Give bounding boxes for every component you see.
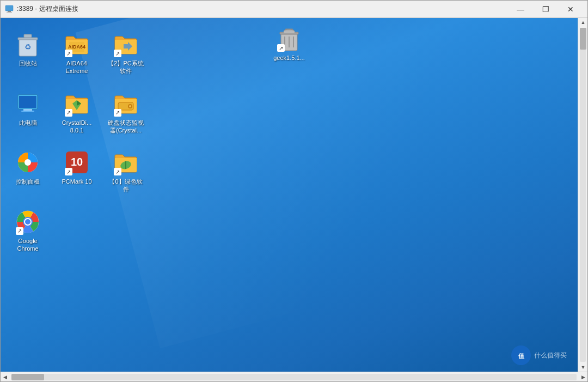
control-panel-label: 控制面板: [16, 178, 40, 185]
svg-rect-1: [8, 11, 11, 12]
pcmark10-label: PCMark 10: [62, 178, 91, 185]
svg-text:10: 10: [71, 156, 83, 168]
svg-rect-19: [19, 96, 36, 108]
shortcut-arrow-aida: ↗: [65, 50, 72, 57]
svg-text:值: 值: [518, 353, 525, 359]
shortcut-arrow-pcmark: ↗: [65, 168, 72, 175]
icon-hdd-monitor[interactable]: ↗ 硬盘状态监视器(Crystal...: [104, 88, 148, 137]
hdd-monitor-icon-img: ↗: [113, 90, 139, 117]
svg-point-26: [129, 105, 131, 107]
recycle-bin-icon-img: ♻: [15, 31, 41, 57]
shortcut-arrow-green: ↗: [114, 168, 121, 175]
scroll-right-button[interactable]: ▶: [579, 372, 587, 382]
remote-desktop-window: :3389 - 远程桌面连接 — ❐ ✕: [0, 0, 588, 382]
watermark-icon: 值: [514, 349, 528, 362]
window-title: :3389 - 远程桌面连接: [17, 4, 78, 14]
pcmark10-icon-img: 10 ↗: [64, 149, 90, 175]
svg-point-28: [24, 159, 31, 166]
green-software-icon-img: ↗: [113, 149, 139, 175]
recycle-bin-label: 回收站: [19, 59, 37, 67]
svg-point-36: [25, 219, 30, 225]
right-scroll-thumb[interactable]: [580, 28, 586, 50]
svg-rect-13: [24, 34, 32, 38]
green-software-label: 【0】绿色软件: [106, 178, 145, 193]
rdp-content: ↗ geek1.5.1...: [1, 18, 587, 381]
pc-software-icon-img: ↗: [113, 31, 139, 57]
bottom-scroll-thumb[interactable]: [11, 374, 44, 380]
title-bar-controls: — ❐ ✕: [508, 1, 583, 18]
right-scroll-track[interactable]: [580, 28, 586, 362]
icon-geek[interactable]: ↗ geek1.5.1...: [267, 23, 311, 64]
geek-icon-label: geek1.5.1...: [273, 54, 305, 62]
shortcut-arrow-pc: ↗: [114, 50, 121, 57]
icon-grid: ♻ 回收站: [6, 29, 148, 254]
this-pc-icon: [16, 92, 40, 116]
aida64-label: AIDA64 Extreme: [57, 59, 96, 75]
title-bar: :3389 - 远程桌面连接 — ❐ ✕: [1, 1, 587, 18]
restore-button[interactable]: ❐: [533, 1, 558, 18]
scroll-left-button[interactable]: ◀: [1, 372, 9, 382]
icon-pc-software[interactable]: ↗ 【2】PC系统软件: [104, 29, 148, 77]
aida64-icon-img: AIDA64 ↗: [64, 31, 90, 57]
crystaldisk-icon-img: ↗: [64, 90, 90, 117]
svg-rect-20: [23, 109, 32, 111]
svg-rect-0: [5, 5, 13, 11]
crystaldisk-label: CrystaIDi... 8.0.1: [57, 119, 96, 135]
this-pc-icon-img: [15, 90, 41, 117]
shortcut-arrow-hdd: ↗: [114, 109, 121, 117]
shortcut-arrow-chrome: ↗: [16, 227, 23, 235]
hdd-monitor-label: 硬盘状态监视器(Crystal...: [106, 119, 145, 135]
google-chrome-label: Google Chrome: [8, 237, 47, 253]
icon-google-chrome[interactable]: ↗ Google Chrome: [6, 207, 50, 255]
google-chrome-icon-img: ↗: [15, 209, 41, 235]
bottom-scroll-track[interactable]: [11, 374, 577, 380]
desktop-icons-top-right: ↗ geek1.5.1...: [267, 23, 311, 64]
icon-aida64[interactable]: AIDA64 ↗ AIDA64 Extreme: [55, 29, 99, 77]
pc-software-label: 【2】PC系统软件: [106, 59, 145, 75]
geek-icon-img: ↗: [276, 26, 302, 52]
bottom-scrollbar: ◀ ▶: [1, 372, 587, 381]
desktop[interactable]: ↗ geek1.5.1...: [1, 18, 578, 372]
control-panel-icon-img: [15, 149, 41, 175]
close-button[interactable]: ✕: [558, 1, 583, 18]
svg-rect-10: [284, 31, 295, 33]
icon-recycle-bin[interactable]: ♻ 回收站: [6, 29, 50, 77]
svg-rect-21: [21, 111, 34, 112]
watermark: 值 什么值得买: [511, 345, 567, 365]
scroll-down-button[interactable]: ▼: [578, 363, 587, 372]
shortcut-arrow: ↗: [277, 44, 285, 52]
svg-text:♻: ♻: [24, 43, 32, 51]
icon-control-panel[interactable]: 控制面板: [6, 147, 50, 196]
recycle-bin-icon: ♻: [16, 31, 40, 57]
svg-text:AIDA64: AIDA64: [68, 44, 85, 50]
svg-rect-12: [18, 38, 38, 40]
title-bar-left: :3389 - 远程桌面连接: [5, 4, 78, 14]
svg-rect-2: [7, 12, 12, 13]
control-panel-icon: [16, 150, 40, 174]
this-pc-label: 此电脑: [19, 119, 37, 126]
right-scrollbar: ▲ ▼: [578, 18, 587, 372]
icon-green-software[interactable]: ↗ 【0】绿色软件: [104, 147, 148, 196]
scroll-up-button[interactable]: ▲: [578, 18, 587, 27]
icon-crystaldisk[interactable]: ↗ CrystaIDi... 8.0.1: [55, 88, 99, 137]
shortcut-arrow-crystal: ↗: [65, 109, 72, 117]
watermark-badge: 值: [511, 345, 531, 365]
desktop-icons: ♻ 回收站: [1, 23, 153, 260]
desktop-wrapper: ↗ geek1.5.1...: [1, 18, 587, 372]
minimize-button[interactable]: —: [508, 1, 533, 18]
icon-pcmark10[interactable]: 10 ↗ PCMark 10: [55, 147, 99, 196]
window-icon: [5, 5, 14, 14]
icon-this-pc[interactable]: 此电脑: [6, 88, 50, 137]
watermark-text: 什么值得买: [534, 351, 567, 360]
